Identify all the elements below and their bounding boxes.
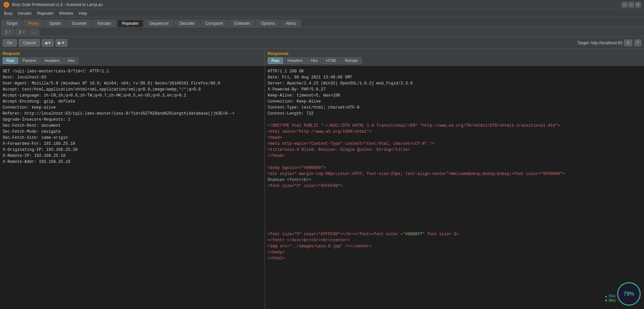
minimize-button[interactable]: — [622,2,627,7]
menu-intruder[interactable]: Intruder [15,10,34,16]
tab-comparer[interactable]: Comparer [201,19,228,27]
network-percent: 79% [624,291,634,297]
response-tabs: Raw Headers Hex HTML Render [268,57,641,64]
response-line-content-length: Content-Length: 722 [265,111,644,117]
response-head-open: <head> [265,135,644,141]
title-bar: Burp Suite Professional v1.6 - licensed … [0,0,644,9]
app-title: Burp Suite Professional v1.6 - licensed … [12,2,103,7]
response-blank-7 [265,213,644,219]
response-blank-3 [265,189,644,195]
svg-point-2 [6,4,7,5]
response-line-connection: Connection: Keep-Alive [265,99,644,105]
tab-proxy[interactable]: Proxy [23,19,44,27]
response-meta: <meta http-equiv="Content-Type" content=… [265,141,644,147]
close-button[interactable]: ✕ [635,2,641,7]
tab-options[interactable]: Options [256,19,280,27]
response-blank-2 [265,159,644,165]
request-tabs: Raw Params Headers Hex [3,57,262,64]
response-code-block: HTTP/1.1 200 OK Date: Fri, 06 Aug 2021 1… [265,66,644,264]
response-line-powered: X-Powered-By: PHP/5.6.27 [265,86,644,92]
response-font5: <font size="5" color="#FFFF00"></br></fo… [265,231,644,237]
target-label: Target: http://localhost:83 [577,41,622,45]
menu-burp[interactable]: Burp [1,10,15,16]
request-tab-hex[interactable]: Hex [64,57,78,64]
response-line-content-type: Content-Type: text/html; charset=UTF-8 [265,105,644,111]
response-head-close: </head> [265,153,644,159]
request-header: Request Raw Params Headers Hex [0,49,265,66]
response-dhakkan: Dhakkan <font><br> [265,177,644,183]
response-doctype: <!DOCTYPE html PUBLIC "-//W3C//DTD XHTML… [265,123,644,129]
network-up: ▲ 0K/s [604,294,615,298]
title-bar-controls: — □ ✕ [622,2,641,7]
help-button[interactable]: ? [634,40,641,46]
more-tabs-button[interactable]: … [29,28,39,36]
response-tab-hex[interactable]: Hex [307,57,321,64]
response-html-close: </html> [265,255,644,261]
response-line-date: Date: Fri, 06 Aug 2021 13:48:08 GMT [265,74,644,80]
edit-target-button[interactable]: ✎ [624,40,632,46]
response-blank-1 [265,117,644,123]
main-content: Request Raw Params Headers Hex GET /sqli… [0,49,644,309]
response-blank-6 [265,207,644,213]
response-body-close: </body> [265,249,644,255]
tab-target[interactable]: Target [1,19,22,27]
response-tab-raw[interactable]: Raw [268,57,283,64]
response-body-tag: <body bgcolor="#000000"> [265,165,644,171]
response-tab-html[interactable]: HTML [322,57,341,64]
repeater-tabs: 1 × 2 × … [0,27,644,37]
repeater-tab-1[interactable]: 1 × [1,28,14,36]
tab-spider[interactable]: Spider [44,19,66,27]
request-content: GET /sqli-labs-master/Less-8/?id=1' HTTP… [0,66,265,168]
response-blank-9 [265,225,644,231]
network-down: ▼ 0K/s [604,299,615,302]
response-img: <img src="../images/Less-8.jpg" /></cent… [265,243,644,249]
request-title: Request [3,51,262,56]
close-tab-1-icon[interactable]: × [9,30,11,34]
response-blank-8 [265,219,644,225]
menu-bar: Burp Intruder Repeater Window Help [0,9,644,17]
response-tab-headers[interactable]: Headers [284,57,306,64]
response-font-open: <font size="3" color="#FFFF00"> [265,183,644,189]
response-line-server: Server: Apache/2.4.23 (Win32) OpenSSL/1.… [265,80,644,86]
top-tabs: Target Proxy Spider Scanner Intruder Rep… [0,17,644,27]
repeater-tab-2[interactable]: 2 × [15,28,29,36]
response-title: Response [268,51,641,56]
tab-scanner[interactable]: Scanner [67,19,92,27]
cancel-button[interactable]: Cancel [19,39,40,47]
response-line-keepalive: Keep-Alive: timeout=5, max=100 [265,92,644,99]
toolbar-left: Go Cancel ◀▼ ▶▼ [3,39,67,47]
close-tab-2-icon[interactable]: × [22,30,24,34]
response-tab-render[interactable]: Render [341,57,362,64]
response-body[interactable]: HTTP/1.1 200 OK Date: Fri, 06 Aug 2021 1… [265,66,644,309]
request-tab-raw[interactable]: Raw [3,57,18,64]
response-html-open: <html xmlns="http://www.w3.org/1999/xhtm… [265,129,644,135]
response-panel: Response Raw Headers Hex HTML Render HTT… [265,49,644,309]
tab-decoder[interactable]: Decoder [174,19,200,27]
menu-repeater[interactable]: Repeater [35,10,56,16]
tab-sequencer[interactable]: Sequencer [144,19,174,27]
response-blank-4 [265,195,644,201]
request-body[interactable]: GET /sqli-labs-master/Less-8/?id=1' HTTP… [0,66,265,309]
menu-window[interactable]: Window [56,10,76,16]
prev-button[interactable]: ◀▼ [42,39,54,47]
toolbar: Go Cancel ◀▼ ▶▼ Target: http://localhost… [0,37,644,49]
toolbar-right: Target: http://localhost:83 ✎ ? [577,40,641,46]
tab-extender[interactable]: Extender [229,19,255,27]
response-font-close: </font> </div><br><br><br><center> [265,237,644,243]
response-line-http: HTTP/1.1 200 OK [265,68,644,74]
go-button[interactable]: Go [3,39,17,47]
response-div: <div style=" margin-top:60px;color:#FFF;… [265,171,644,177]
menu-help[interactable]: Help [76,10,90,16]
app-logo [3,2,9,8]
request-panel: Request Raw Params Headers Hex GET /sqli… [0,49,265,309]
tab-repeater[interactable]: Repeater [117,19,144,27]
next-button[interactable]: ▶▼ [56,39,67,47]
response-blank-5 [265,201,644,207]
request-tab-params[interactable]: Params [19,57,40,64]
network-stats: ▲ 0K/s ▼ 0K/s [604,294,615,302]
maximize-button[interactable]: □ [629,2,634,7]
tab-alerts[interactable]: Alerts [280,19,301,27]
request-tab-headers[interactable]: Headers [41,57,63,64]
network-indicator: 79% [617,282,641,306]
tab-intruder[interactable]: Intruder [92,19,116,27]
